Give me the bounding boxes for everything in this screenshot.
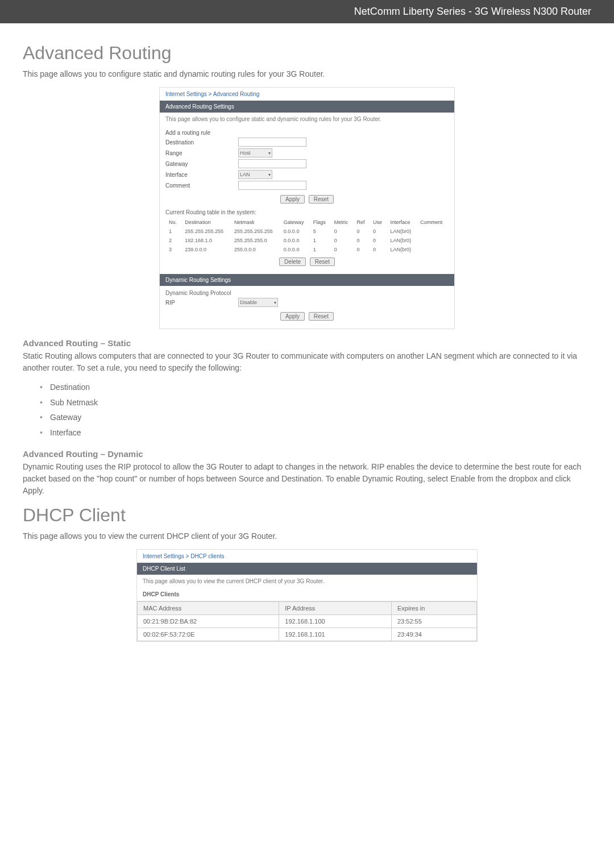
- fig-section-band-2: Dynamic Routing Settings: [160, 274, 454, 286]
- cell: 192.168.1.0: [181, 236, 231, 245]
- cell: 0.0.0.0: [280, 227, 310, 236]
- fig-form: Add a routing rule Destination Range Hos…: [160, 126, 454, 274]
- adv-dynamic-text: Dynamic Routing uses the RIP protocol to…: [23, 461, 591, 497]
- fig-comment-input[interactable]: [238, 181, 306, 190]
- dhcp-col-ip: IP Address: [279, 602, 392, 615]
- table-row: 3239.0.0.0255.0.0.00.0.0.01000LAN(br0): [165, 245, 449, 254]
- dhcp-col-mac: MAC Address: [138, 602, 279, 615]
- cell: [417, 245, 449, 254]
- bullet-subnetmask: Sub Netmask: [40, 395, 591, 410]
- dhcp-col-exp: Expires in: [392, 602, 477, 615]
- chevron-down-icon: ▾: [268, 151, 271, 156]
- cell: 0: [370, 245, 387, 254]
- fig-dest-input[interactable]: [238, 138, 306, 147]
- dhcp-fig-breadcrumb: Internet Settings > DHCP clients: [137, 550, 477, 563]
- cell: 5: [310, 227, 331, 236]
- cell: 255.255.255.255: [181, 227, 231, 236]
- fig-rip-label: RIP: [165, 300, 234, 306]
- cell: 255.255.255.0: [231, 236, 280, 245]
- dhcp-figure-wrap: Internet Settings > DHCP clients DHCP Cl…: [23, 549, 591, 642]
- adv-dynamic-subtitle: Advanced Routing – Dynamic: [23, 449, 591, 459]
- fig-range-value: Host: [240, 150, 251, 156]
- page-content: Advanced Routing This page allows you to…: [0, 23, 614, 671]
- cell: 0: [354, 236, 370, 245]
- cell: 00:02:6F:53:72:0E: [138, 628, 279, 641]
- cell: 00:21:9B:D2:BA:82: [138, 615, 279, 628]
- dhcp-client-heading: DHCP Client: [23, 505, 591, 526]
- fig-col-iface: Interface: [387, 218, 417, 227]
- fig-col-flags: Flags: [310, 218, 331, 227]
- fig-dest-label: Destination: [165, 139, 234, 146]
- fig-col-dest: Destination: [181, 218, 231, 227]
- cell: 3: [165, 245, 181, 254]
- fig-col-no: No.: [165, 218, 181, 227]
- fig-rip-select[interactable]: Disable▾: [238, 298, 278, 307]
- fig-col-use: Use: [370, 218, 387, 227]
- cell: 0: [370, 227, 387, 236]
- advanced-routing-figure-wrap: Internet Settings > Advanced Routing Adv…: [23, 87, 591, 329]
- cell: 1: [310, 245, 331, 254]
- fig-iface-label: Interface: [165, 172, 234, 178]
- fig-col-ref: Ref: [354, 218, 370, 227]
- fig-reset-button[interactable]: Reset: [309, 195, 334, 203]
- chevron-down-icon: ▾: [268, 172, 271, 177]
- fig-range-select[interactable]: Host▾: [238, 148, 272, 157]
- bullet-interface: Interface: [40, 425, 591, 441]
- fig-gateway-input[interactable]: [238, 159, 306, 168]
- cell: 23:49:34: [392, 628, 477, 641]
- fig-apply-button[interactable]: Apply: [280, 195, 305, 203]
- cell: 192.168.1.100: [279, 615, 392, 628]
- fig-reset-button-2[interactable]: Reset: [310, 258, 335, 266]
- fig-col-netmask: Netmask: [231, 218, 280, 227]
- advanced-routing-intro: This page allows you to configure static…: [23, 68, 591, 80]
- table-row: 00:02:6F:53:72:0E 192.168.1.101 23:49:34: [138, 628, 477, 641]
- advanced-routing-heading: Advanced Routing: [23, 43, 591, 64]
- table-row: 1255.255.255.255255.255.255.2550.0.0.050…: [165, 227, 449, 236]
- table-row: 00:21:9B:D2:BA:82 192.168.1.100 23:52:55: [138, 615, 477, 628]
- cell: 255.255.255.255: [231, 227, 280, 236]
- fig-routing-table: No. Destination Netmask Gateway Flags Me…: [165, 218, 449, 254]
- fig-col-metric: Metric: [331, 218, 354, 227]
- fig-iface-select[interactable]: LAN▾: [238, 170, 272, 179]
- adv-static-bullets: Destination Sub Netmask Gateway Interfac…: [40, 380, 591, 440]
- fig-delete-button[interactable]: Delete: [279, 258, 306, 266]
- fig-rip-value: Disable: [240, 300, 257, 305]
- fig-gateway-label: Gateway: [165, 161, 234, 167]
- fig-drp-label: Dynamic Routing Protocol: [165, 290, 231, 296]
- fig-col-comment: Comment: [417, 218, 449, 227]
- fig-reset-button-3[interactable]: Reset: [309, 312, 334, 321]
- table-row: 2192.168.1.0255.255.255.00.0.0.01000LAN(…: [165, 236, 449, 245]
- adv-static-text: Static Routing allows computers that are…: [23, 350, 591, 374]
- cell: 0.0.0.0: [280, 245, 310, 254]
- cell: 0: [370, 236, 387, 245]
- adv-static-subtitle: Advanced Routing – Static: [23, 338, 591, 348]
- page-header-bar: NetComm Liberty Series - 3G Wireless N30…: [0, 0, 614, 23]
- fig-table-title: Current Routing table in the system:: [165, 209, 449, 215]
- fig-breadcrumb: Internet Settings > Advanced Routing: [160, 88, 454, 101]
- header-title: NetComm Liberty Series - 3G Wireless N30…: [354, 6, 591, 17]
- fig-apply-button-2[interactable]: Apply: [280, 312, 305, 321]
- fig-range-label: Range: [165, 150, 234, 156]
- dhcp-fig-section: DHCP Clients: [137, 588, 477, 601]
- cell: 192.168.1.101: [279, 628, 392, 641]
- fig-add-rule-label: Add a routing rule: [165, 130, 234, 136]
- cell: 0: [354, 227, 370, 236]
- cell: 0: [331, 245, 354, 254]
- cell: 23:52:55: [392, 615, 477, 628]
- fig-section-band: Advanced Routing Settings: [160, 101, 454, 113]
- dhcp-fig-note: This page allows you to view the current…: [137, 575, 477, 588]
- cell: 1: [165, 227, 181, 236]
- chevron-down-icon: ▾: [274, 300, 276, 305]
- cell: LAN(br0): [387, 245, 417, 254]
- dhcp-fig-band: DHCP Client List: [137, 563, 477, 575]
- cell: [417, 236, 449, 245]
- bullet-gateway: Gateway: [40, 410, 591, 425]
- fig-note: This page allows you to configure static…: [160, 113, 454, 126]
- cell: 2: [165, 236, 181, 245]
- cell: 1: [310, 236, 331, 245]
- cell: 0.0.0.0: [280, 236, 310, 245]
- cell: [417, 227, 449, 236]
- cell: LAN(br0): [387, 236, 417, 245]
- fig-iface-value: LAN: [240, 172, 250, 177]
- dhcp-clients-table: MAC Address IP Address Expires in 00:21:…: [137, 601, 477, 641]
